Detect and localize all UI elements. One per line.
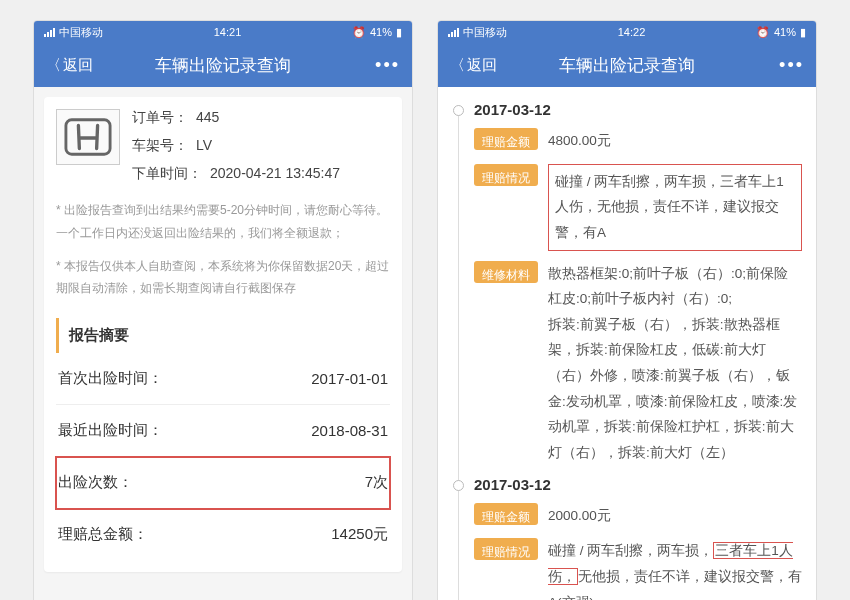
order-header: 订单号：445 车架号：LV 下单时间：2020-04-21 13:45:47 [56,109,390,183]
row-first-incident: 首次出险时间： 2017-01-01 [56,353,390,405]
phone-left: 中国移动 14:21 ⏰ 41% ▮ 〈 返回 车辆出险记录查询 ••• [33,20,413,600]
count-value: 7次 [365,473,388,492]
carrier-label: 中国移动 [463,25,507,40]
row-incident-count: 出险次数： 7次 [56,457,390,509]
chevron-left-icon: 〈 [450,56,465,75]
claim-amount-value: 2000.00元 [548,503,802,529]
vin-value: LV [196,137,212,155]
first-label: 首次出险时间： [58,369,163,388]
order-no-label: 订单号： [132,109,188,127]
honda-icon [64,117,112,157]
total-value: 14250元 [331,525,388,544]
alarm-icon: ⏰ [756,26,770,39]
content-scroll[interactable]: 2017-03-12 理赔金额 4800.00元 理赔情况 碰撞 / 两车刮擦，… [438,87,816,600]
alarm-icon: ⏰ [352,26,366,39]
timeline: 2017-03-12 理赔金额 4800.00元 理赔情况 碰撞 / 两车刮擦，… [446,101,802,600]
order-time-value: 2020-04-21 13:45:47 [210,165,340,183]
tag-claim-situation: 理赔情况 [474,538,538,560]
phone-right: 中国移动 14:22 ⏰ 41% ▮ 〈 返回 车辆出险记录查询 ••• 201… [437,20,817,600]
chevron-left-icon: 〈 [46,56,61,75]
statusbar: 中国移动 14:21 ⏰ 41% ▮ [34,21,412,43]
more-button[interactable]: ••• [375,55,400,76]
order-no-value: 445 [196,109,219,127]
navbar: 〈 返回 车辆出险记录查询 ••• [34,43,412,87]
battery-icon: ▮ [396,26,402,39]
carrier-label: 中国移动 [59,25,103,40]
claim-situation-value: 碰撞 / 两车刮擦，两车损，三者车上1人伤，无他损，责任不详，建议报交警，有A(… [548,538,802,600]
back-button[interactable]: 〈 返回 [46,56,93,75]
count-label: 出险次数： [58,473,133,492]
summary-title: 报告摘要 [56,318,390,353]
battery-icon: ▮ [800,26,806,39]
navbar: 〈 返回 车辆出险记录查询 ••• [438,43,816,87]
incident-event: 2017-03-12 理赔金额 4800.00元 理赔情况 碰撞 / 两车刮擦，… [474,101,802,466]
tag-claim-amount: 理赔金额 [474,128,538,150]
back-label: 返回 [63,56,93,75]
total-label: 理赔总金额： [58,525,148,544]
report-card: 订单号：445 车架号：LV 下单时间：2020-04-21 13:45:47 … [44,97,402,572]
repair-material-value: 散热器框架:0;前叶子板（右）:0;前保险杠皮:0;前叶子板内衬（右）:0; 拆… [548,261,802,466]
note-1: * 出险报告查询到出结果约需要5-20分钟时间，请您耐心等待。一个工作日内还没返… [56,199,390,245]
order-time-label: 下单时间： [132,165,202,183]
battery-label: 41% [370,26,392,38]
statusbar: 中国移动 14:22 ⏰ 41% ▮ [438,21,816,43]
situation-suffix: 无他损，责任不详，建议报交警，有A(交强) [548,569,802,600]
back-button[interactable]: 〈 返回 [450,56,497,75]
clock: 14:22 [618,26,646,38]
tag-repair-material: 维修材料 [474,261,538,283]
tag-claim-amount: 理赔金额 [474,503,538,525]
event-date: 2017-03-12 [474,101,802,118]
note-2: * 本报告仅供本人自助查阅，本系统将为你保留数据20天，超过期限自动清除，如需长… [56,255,390,301]
signal-icon [448,28,459,37]
vin-label: 车架号： [132,137,188,155]
signal-icon [44,28,55,37]
clock: 14:21 [214,26,242,38]
situation-prefix: 碰撞 / 两车刮擦，两车损， [548,543,713,558]
content-scroll[interactable]: 订单号：445 车架号：LV 下单时间：2020-04-21 13:45:47 … [34,87,412,600]
first-value: 2017-01-01 [311,370,388,387]
tag-claim-situation: 理赔情况 [474,164,538,186]
more-button[interactable]: ••• [779,55,804,76]
claim-situation-value: 碰撞 / 两车刮擦，两车损，三者车上1人伤，无他损，责任不详，建议报交警，有A [548,164,802,251]
row-last-incident: 最近出险时间： 2018-08-31 [56,405,390,457]
claim-amount-value: 4800.00元 [548,128,802,154]
event-date: 2017-03-12 [474,476,802,493]
back-label: 返回 [467,56,497,75]
incident-event: 2017-03-12 理赔金额 2000.00元 理赔情况 碰撞 / 两车刮擦，… [474,476,802,600]
last-value: 2018-08-31 [311,422,388,439]
brand-logo [56,109,120,165]
battery-label: 41% [774,26,796,38]
last-label: 最近出险时间： [58,421,163,440]
notes: * 出险报告查询到出结果约需要5-20分钟时间，请您耐心等待。一个工作日内还没返… [56,199,390,300]
row-total-claim: 理赔总金额： 14250元 [56,509,390,560]
order-fields: 订单号：445 车架号：LV 下单时间：2020-04-21 13:45:47 [132,109,390,183]
